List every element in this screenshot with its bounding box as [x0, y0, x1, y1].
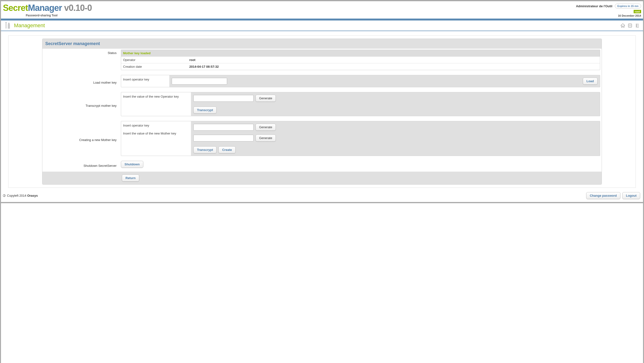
load-prompt: Insert operator key	[121, 75, 169, 87]
svg-rect-2	[628, 24, 632, 27]
app-logo: SecretManager v0.10-0	[3, 4, 92, 12]
status-operator-value: root	[187, 57, 600, 63]
tagline: Password-sharing Tool	[26, 14, 92, 17]
home-icon[interactable]	[620, 23, 625, 28]
management-panel: SecretServer management Status Mother ke…	[42, 39, 602, 185]
logo-secret: Secret	[3, 3, 28, 13]
section-header: Management	[1, 21, 643, 31]
session-expires-button[interactable]: Expires in 15 mn	[615, 4, 641, 9]
load-operator-key-input[interactable]	[172, 78, 227, 85]
create-transcrypt-button[interactable]: Transcrypt	[194, 146, 216, 153]
logo-version: v0.10-0	[62, 3, 92, 13]
transcrypt-button[interactable]: Transcrypt	[194, 107, 216, 114]
transcrypt-mother-key-label: Transcrypt mother key	[42, 91, 120, 120]
status-label: Status	[42, 49, 120, 74]
create-mother-key-input[interactable]	[194, 135, 254, 142]
copyleft-icon: ©	[3, 194, 6, 198]
return-button[interactable]: Return	[122, 175, 139, 182]
transcrypt-generate-button[interactable]: Generate	[256, 95, 276, 102]
svg-rect-7	[636, 24, 636, 28]
svg-marker-1	[5, 22, 7, 23]
header: SecretManager v0.10-0 Password-sharing T…	[0, 1, 644, 19]
transcrypt-prompt: Insert the value of the new Operator key	[121, 92, 191, 116]
load-button[interactable]: Load	[583, 78, 598, 85]
create-mother-prompt: Insert the value of the new Mother key	[123, 132, 189, 135]
panel-title: SecretServer management	[45, 41, 100, 46]
create-generate-mother-button[interactable]: Generate	[256, 135, 276, 142]
logo-manager: Manager	[28, 3, 62, 13]
tools-nav-icon[interactable]	[635, 23, 640, 28]
status-creation-value: 2014-04-17 08:57:32	[187, 63, 600, 70]
current-date: 16 December 2014	[576, 14, 641, 17]
shutdown-button[interactable]: Shutdown	[121, 161, 143, 168]
create-generate-operator-button[interactable]: Generate	[256, 124, 276, 131]
company-name: Orasys	[27, 194, 38, 197]
footer-bar: © Copyleft 2014 Orasys Change password L…	[1, 190, 643, 202]
status-box: Mother key loaded Operator root Creation…	[121, 50, 600, 70]
status-operator-label: Operator	[121, 57, 187, 63]
status-header: Mother key loaded	[121, 50, 600, 56]
create-operator-prompt: Insert operator key	[123, 124, 189, 127]
user-badge: root	[634, 10, 641, 13]
change-password-button[interactable]: Change password	[586, 192, 620, 199]
tools-icon	[4, 22, 12, 29]
transcrypt-operator-key-input[interactable]	[194, 95, 254, 102]
create-button[interactable]: Create	[218, 146, 235, 153]
shutdown-label: Shutdown SecretServer	[42, 160, 120, 172]
create-operator-key-input[interactable]	[194, 124, 254, 131]
svg-rect-0	[6, 23, 6, 29]
admin-label: Administrateur de l'Outil	[576, 4, 612, 8]
create-mother-key-label: Creating a new Mother key	[42, 120, 120, 160]
load-mother-key-label: Load mother key	[42, 74, 120, 91]
content-box: SecretServer management Status Mother ke…	[8, 36, 636, 188]
status-creation-label: Creation date	[121, 63, 187, 70]
top-accent-bar	[1, 19, 643, 21]
logout-button[interactable]: Logout	[622, 192, 640, 199]
page-title: Management	[14, 23, 45, 29]
copyleft-text: Copyleft 2014	[7, 194, 27, 197]
config-icon[interactable]	[628, 23, 632, 28]
